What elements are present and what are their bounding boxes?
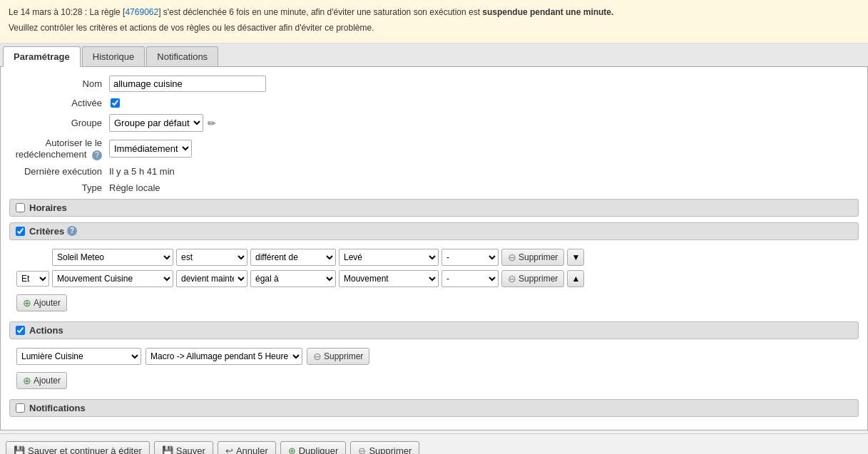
tab-notifications[interactable]: Notifications	[146, 46, 218, 66]
type-value: Règle locale	[109, 182, 160, 193]
footer-bar: 💾 Sauver et continuer à éditer 💾 Sauver …	[0, 433, 868, 454]
groupe-label: Groupe	[9, 118, 109, 128]
criteria-device-1[interactable]: Soleil Meteo	[52, 249, 173, 266]
plus-icon-criteria: ⊕	[23, 297, 31, 309]
redeclenchement-select[interactable]: Immédiatement	[109, 140, 192, 158]
alert-line1-prefix: Le 14 mars à 10:28 : La règle [	[9, 7, 125, 17]
delete-button[interactable]: ⊖ Supprimer	[350, 441, 419, 454]
alert-line1-suffix: ] s'est déclenchée 6 fois en une minute,…	[158, 7, 482, 17]
notifications-checkbox[interactable]	[16, 403, 25, 413]
criteria-row-1: Soleil Meteo est différent de Levé - ⊖ S…	[16, 249, 859, 266]
rule-id-link[interactable]: 4769062	[125, 7, 158, 17]
criteres-label: Critères	[29, 226, 64, 237]
criteres-help-icon[interactable]: ?	[67, 226, 77, 236]
action-macro-1[interactable]: Macro -> Allumage pendant 5 Heure	[145, 348, 302, 365]
save-button[interactable]: 💾 Sauver	[154, 441, 213, 454]
minus-icon-2: ⊖	[508, 273, 516, 284]
derniere-exec-label: Dernière exécution	[9, 166, 109, 177]
type-label: Type	[9, 182, 109, 193]
notifications-label: Notifications	[29, 403, 86, 413]
nom-label: Nom	[9, 78, 109, 89]
delete-icon: ⊖	[358, 445, 366, 454]
tab-parametrage[interactable]: Paramétrage	[3, 46, 81, 67]
nom-row: Nom	[9, 76, 859, 92]
activee-checkbox[interactable]	[111, 98, 120, 108]
cancel-button[interactable]: ↩ Annuler	[218, 441, 276, 454]
save-continue-button[interactable]: 💾 Sauver et continuer à éditer	[6, 441, 150, 454]
criteria-remove-1[interactable]: ⊖ Supprimer	[501, 249, 564, 266]
criteria-comparator-2[interactable]: égal à	[250, 270, 336, 287]
horaires-label: Horaires	[29, 202, 67, 213]
action-add-button[interactable]: ⊕ Ajouter	[16, 372, 67, 389]
duplicate-button[interactable]: ⊕ Dupliquer	[280, 441, 347, 454]
cancel-icon: ↩	[225, 445, 233, 454]
criteria-down-1[interactable]: ▼	[567, 249, 584, 266]
redeclenchement-help-icon[interactable]: ?	[92, 150, 102, 160]
criteria-condition-2[interactable]: devient maintenant	[176, 270, 247, 287]
horaires-section-header: Horaires	[9, 199, 859, 217]
nom-input[interactable]	[109, 76, 266, 92]
arrow-up-icon-2: ▲	[571, 274, 580, 284]
criteria-value-1[interactable]: Levé	[339, 249, 439, 266]
criteria-sub-1[interactable]: -	[441, 249, 499, 266]
derniere-exec-row: Dernière exécution Il y a 5 h 41 min	[9, 166, 859, 177]
activee-row: Activée	[9, 98, 859, 108]
criteria-value-2[interactable]: Mouvement	[339, 270, 439, 287]
main-panel: Nom Activée Groupe Groupe par défaut ✏ A…	[0, 67, 868, 430]
actions-section-header: Actions	[9, 321, 859, 339]
criteria-add-button[interactable]: ⊕ Ajouter	[16, 294, 67, 311]
save-icon: 💾	[162, 445, 173, 454]
criteria-sub-2[interactable]: -	[441, 270, 499, 287]
criteria-remove-2[interactable]: ⊖ Supprimer	[501, 270, 564, 287]
arrow-down-icon-1: ▼	[571, 252, 580, 262]
action-device-1[interactable]: Lumière Cuisine	[16, 348, 141, 365]
minus-icon-action-1: ⊖	[313, 351, 322, 362]
criteria-comparator-1[interactable]: différent de	[250, 249, 336, 266]
type-row: Type Règle locale	[9, 182, 859, 193]
criteria-condition-1[interactable]: est	[176, 249, 247, 266]
tab-historique[interactable]: Historique	[82, 46, 145, 66]
criteria-connector-2[interactable]: Et	[16, 271, 49, 287]
criteria-up-2[interactable]: ▲	[567, 270, 584, 287]
criteres-section-header: Critères ?	[9, 222, 859, 240]
criteres-body: Soleil Meteo est différent de Levé - ⊖ S…	[9, 244, 859, 316]
duplicate-icon: ⊕	[288, 445, 296, 454]
criteria-device-2[interactable]: Mouvement Cuisine	[52, 270, 173, 287]
horaires-checkbox[interactable]	[16, 203, 25, 212]
tab-bar: Paramétrage Historique Notifications	[0, 43, 868, 67]
edit-groupe-icon[interactable]: ✏	[208, 118, 216, 129]
activee-label: Activée	[9, 98, 109, 108]
derniere-exec-value: Il y a 5 h 41 min	[109, 166, 175, 177]
criteres-checkbox[interactable]	[16, 227, 25, 236]
criteria-row-2: Et Mouvement Cuisine devient maintenant …	[16, 270, 859, 287]
groupe-select[interactable]: Groupe par défaut	[109, 114, 203, 132]
plus-icon-actions: ⊕	[23, 375, 31, 386]
action-row-1: Lumière Cuisine Macro -> Allumage pendan…	[16, 348, 859, 365]
actions-body: Lumière Cuisine Macro -> Allumage pendan…	[9, 344, 859, 393]
action-remove-1[interactable]: ⊖ Supprimer	[307, 348, 369, 365]
minus-icon-1: ⊖	[508, 252, 516, 263]
actions-label: Actions	[29, 325, 63, 336]
groupe-row: Groupe Groupe par défaut ✏	[9, 114, 859, 132]
save-continue-icon: 💾	[14, 445, 25, 454]
redeclenchement-label: Autoriser le le redéclenchement ?	[9, 138, 109, 160]
alert-banner: Le 14 mars à 10:28 : La règle [4769062] …	[0, 0, 868, 43]
alert-line2: Veuillez contrôler les critères et actio…	[9, 23, 374, 33]
notifications-section-header: Notifications	[9, 399, 859, 417]
redeclenchement-row: Autoriser le le redéclenchement ? Immédi…	[9, 138, 859, 160]
actions-checkbox[interactable]	[16, 326, 25, 335]
alert-bold: suspendue pendant une minute.	[482, 7, 613, 17]
